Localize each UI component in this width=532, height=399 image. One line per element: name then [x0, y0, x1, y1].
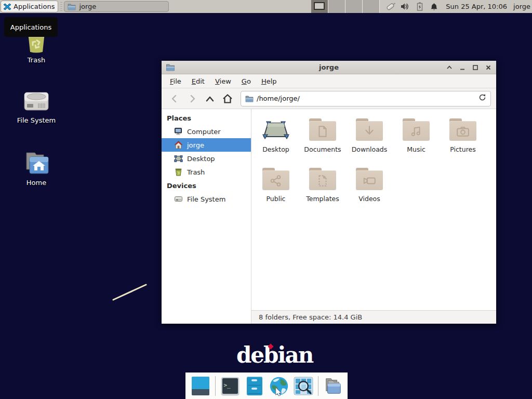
dock-separator: [215, 376, 216, 396]
sidebar-item-desktop[interactable]: Desktop: [162, 152, 251, 165]
file-view: Desktop Documents: [251, 109, 496, 310]
toolbar: /home/jorge/: [162, 88, 496, 109]
directory-menu-icon[interactable]: [323, 376, 343, 396]
window-folder-icon: [166, 63, 175, 71]
file-item-label: Videos: [358, 195, 380, 203]
minimize-button[interactable]: [459, 64, 466, 71]
file-item-label: Downloads: [352, 145, 388, 153]
debian-logo: debian: [236, 342, 313, 368]
file-item-label: Music: [407, 145, 425, 153]
file-item-label: Desktop: [262, 145, 289, 153]
applications-menu-button[interactable]: Applications: [1, 1, 58, 12]
file-item-videos[interactable]: Videos: [346, 167, 393, 216]
statusbar-text: 8 folders, Free space: 14.4 GiB: [259, 313, 362, 321]
workspace-1[interactable]: [311, 0, 328, 13]
folder-icon: [245, 95, 254, 102]
window-titlebar[interactable]: jorge: [162, 61, 496, 74]
web-browser-icon[interactable]: [269, 376, 289, 396]
file-item-desktop[interactable]: Desktop: [252, 117, 299, 167]
documents-folder-icon: [309, 118, 337, 141]
window-body: Places Computer: [162, 109, 496, 324]
volume-icon[interactable]: [400, 2, 410, 11]
sidebar-header-devices: Devices: [162, 179, 251, 192]
file-item-templates[interactable]: Templates: [299, 167, 346, 216]
close-button[interactable]: [485, 64, 492, 71]
trash-icon: [174, 168, 183, 176]
sidebar: Places Computer: [162, 109, 251, 324]
top-panel: Applications jorge: [0, 0, 532, 13]
sidebar-header-places: Places: [162, 111, 251, 125]
music-folder-icon: [402, 118, 430, 141]
file-manager-window: jorge File Edit View Go Help: [161, 60, 497, 324]
up-button[interactable]: [202, 91, 218, 106]
location-bar[interactable]: /home/jorge/: [241, 91, 491, 107]
desktop-folder-icon: [261, 118, 290, 141]
sidebar-item-label: Trash: [187, 168, 205, 176]
folder-icon: [68, 3, 76, 10]
show-desktop-icon[interactable]: [191, 376, 210, 396]
back-button[interactable]: [167, 91, 182, 106]
file-item-label: Documents: [304, 145, 341, 153]
statusbar: 8 folders, Free space: 14.4 GiB: [251, 310, 496, 324]
desktop-stray-line: [0, 0, 156, 312]
menu-view[interactable]: View: [210, 75, 236, 87]
system-tray: [385, 2, 439, 11]
file-item-downloads[interactable]: Downloads: [346, 117, 393, 167]
sidebar-item-jorge[interactable]: jorge: [162, 138, 251, 152]
sidebar-item-label: File System: [187, 195, 225, 203]
templates-folder-icon: [309, 168, 337, 191]
videos-folder-icon: [355, 168, 383, 191]
sidebar-item-label: Desktop: [187, 155, 215, 163]
sidebar-item-computer[interactable]: Computer: [162, 125, 251, 138]
menu-go[interactable]: Go: [236, 75, 256, 87]
file-item-label: Public: [267, 195, 286, 203]
file-cabinet-icon[interactable]: [245, 376, 264, 396]
sidebar-item-trash[interactable]: Trash: [162, 165, 251, 179]
menu-file[interactable]: File: [165, 75, 187, 87]
battery-icon[interactable]: [415, 2, 424, 11]
workspace-3[interactable]: [345, 0, 363, 13]
right-pane: Desktop Documents: [251, 109, 496, 324]
workspace-2[interactable]: [328, 0, 345, 13]
xfce-logo-icon: [3, 3, 11, 11]
file-item-documents[interactable]: Documents: [299, 117, 346, 167]
terminal-icon[interactable]: >_: [220, 376, 240, 396]
workspace-switcher: [311, 0, 380, 13]
panel-handle[interactable]: [59, 2, 63, 11]
maximize-button[interactable]: [472, 64, 479, 71]
public-folder-icon: [262, 168, 290, 191]
notifications-bell-icon[interactable]: [429, 2, 439, 11]
sidebar-item-file-system[interactable]: File System: [162, 192, 251, 206]
debian-wordmark: debian: [236, 342, 313, 368]
dock-separator: [318, 376, 318, 396]
taskbar-window-button[interactable]: jorge: [64, 1, 169, 12]
taskbar-window-label: jorge: [79, 3, 96, 10]
file-item-music[interactable]: Music: [393, 117, 440, 167]
menu-edit[interactable]: Edit: [187, 75, 210, 87]
panel-clock[interactable]: Sun 25 Apr, 10:06: [446, 3, 507, 10]
file-item-label: Pictures: [450, 145, 476, 153]
home-button[interactable]: [220, 91, 235, 106]
shade-button[interactable]: [446, 64, 453, 71]
applications-menu-label: Applications: [14, 3, 55, 10]
downloads-folder-icon: [355, 118, 383, 141]
forward-button[interactable]: [184, 91, 200, 106]
menubar: File Edit View Go Help: [162, 74, 496, 88]
menu-help[interactable]: Help: [256, 75, 282, 87]
file-item-label: Templates: [306, 195, 339, 203]
applications-tooltip: Applications: [4, 17, 58, 37]
sidebar-item-label: jorge: [187, 141, 204, 149]
reload-icon[interactable]: [478, 94, 486, 103]
file-item-public[interactable]: Public: [252, 167, 299, 216]
bottom-dock: >_: [185, 373, 348, 399]
location-path[interactable]: /home/jorge/: [257, 95, 475, 102]
computer-icon: [174, 127, 183, 136]
file-grid: Desktop Documents: [252, 117, 496, 216]
workspace-4[interactable]: [363, 0, 380, 13]
workspace-window-preview: [314, 2, 325, 10]
pictures-folder-icon: [449, 118, 477, 141]
application-finder-icon[interactable]: [294, 376, 313, 396]
file-item-pictures[interactable]: Pictures: [440, 117, 486, 167]
mouse-icon[interactable]: [385, 2, 395, 11]
panel-user-label[interactable]: jorge: [513, 3, 530, 10]
